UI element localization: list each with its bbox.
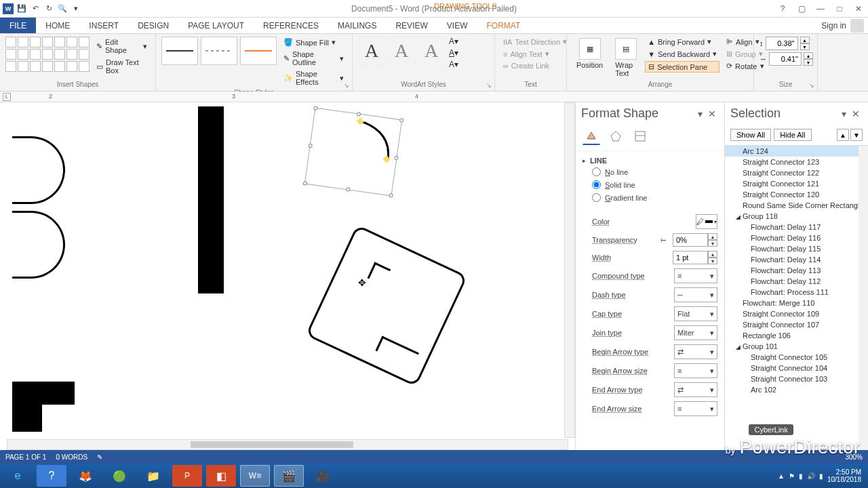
touch-mode-icon[interactable]: 🔍 [57,3,68,14]
spellcheck-icon[interactable]: ✎ [97,453,102,461]
selection-item[interactable]: Straight Connector 103 [725,373,868,384]
powerpoint-app-icon[interactable]: P [172,465,202,487]
join-type-dropdown[interactable]: Miter▾ [674,325,717,340]
tab-design[interactable]: DESIGN [128,18,178,33]
zoom-level[interactable]: 300% [845,453,863,461]
edit-shape-button[interactable]: ✎Edit Shape▾ [94,37,150,56]
size-dialog-launcher[interactable]: ↘ [808,81,816,89]
rounded-rectangle-shape[interactable] [305,224,467,386]
width-up-button[interactable]: ▲ [804,52,813,59]
text-effects-icon[interactable]: A▾ [449,60,458,69]
horizontal-scrollbar[interactable] [7,439,568,450]
transparency-input[interactable] [673,233,708,247]
tab-view[interactable]: VIEW [437,18,477,33]
selection-item[interactable]: Flowchart: Delay 115 [725,243,868,254]
selection-item[interactable]: Straight Connector 122 [725,167,868,178]
tray-battery-icon[interactable]: ▮ [799,472,803,480]
selection-pane-close-icon[interactable]: ✕ [849,108,863,119]
taskbar-time[interactable]: 2:50 PM [827,468,861,476]
selection-pane-dropdown-icon[interactable]: ▾ [839,108,849,119]
end-arrow-size-dropdown[interactable]: ≡▾ [674,401,717,416]
width-down-button[interactable]: ▼ [804,59,813,66]
show-all-button[interactable]: Show All [730,129,771,141]
selection-item[interactable]: Flowchart: Delay 117 [725,222,868,232]
recorder-app-icon[interactable]: 🎥 [308,465,338,487]
fill-line-tab-icon[interactable] [583,127,600,145]
selection-item[interactable]: Flowchart: Process 111 [725,287,868,298]
tray-flag-icon[interactable]: ⚑ [789,472,795,480]
text-direction-button[interactable]: IIAText Direction▾ [500,37,570,47]
line-width-input[interactable] [673,251,708,264]
word-app-taskbar-icon[interactable]: W≡ [240,465,270,487]
shape-width-input[interactable] [769,52,802,66]
pane-close-icon[interactable]: ✕ [705,108,719,119]
shape-styles-dialog-launcher[interactable]: ↘ [342,81,351,89]
send-backward-button[interactable]: ▼Send Backward ▾ [645,49,719,59]
begin-arrow-type-dropdown[interactable]: ⇄▾ [674,344,717,359]
tray-volume-icon[interactable]: 🔊 [807,472,815,480]
effects-tab-icon[interactable] [607,127,625,145]
selection-item[interactable]: Straight Connector 123 [725,157,868,167]
selection-list-scrollbar[interactable] [859,146,868,450]
selection-item[interactable]: Straight Connector 121 [725,178,868,189]
selected-shape-arc[interactable] [304,108,403,197]
shape-fill-button[interactable]: 🪣Shape Fill▾ [281,37,347,48]
tab-review[interactable]: REVIEW [386,18,437,33]
shape-outline-button[interactable]: ✎Shape Outline▾ [281,49,347,68]
ie-app-icon[interactable]: e [3,465,33,487]
layout-tab-icon[interactable] [631,127,649,145]
compound-type-dropdown[interactable]: ≡▾ [674,268,717,283]
hide-all-button[interactable]: Hide All [774,129,811,141]
selection-item[interactable]: Rectangle 106 [725,330,868,341]
selection-item[interactable]: Arc 102 [725,384,868,395]
help-app-icon[interactable]: ? [37,465,66,487]
redo-icon[interactable]: ↻ [43,3,54,14]
selection-item[interactable]: Flowchart: Delay 113 [725,265,868,276]
create-link-button[interactable]: ∞Create Link [500,61,570,70]
no-line-radio[interactable]: No line [592,167,717,176]
selection-item[interactable]: Round Same Side Corner Rectangle [725,200,868,211]
maximize-icon[interactable]: □ [833,2,846,16]
wrap-text-button[interactable]: ▤Wrap Text [611,37,641,79]
tab-file[interactable]: FILE [0,18,36,33]
selection-item[interactable]: Arc 124 [725,146,868,157]
pane-dropdown-icon[interactable]: ▾ [695,108,705,119]
selection-item[interactable]: Straight Connector 120 [725,189,868,200]
selection-item[interactable]: Flowchart: Delay 112 [725,276,868,287]
draw-text-box-button[interactable]: ▭Draw Text Box [94,57,150,76]
selection-item[interactable]: ◢Group 101 [725,341,868,352]
text-fill-icon[interactable]: A▾ [449,37,458,46]
align-text-button[interactable]: ≡Align Text▾ [500,49,570,59]
qat-dropdown-icon[interactable]: ▾ [71,3,81,14]
undo-icon[interactable]: ↶ [30,3,41,14]
selection-item[interactable]: Flowchart: Delay 116 [725,232,868,243]
end-arrow-type-dropdown[interactable]: ⇄▾ [674,382,717,397]
tray-network-icon[interactable]: ▮ [819,472,823,480]
chrome-app-icon[interactable]: 🟢 [104,465,134,487]
tray-up-icon[interactable]: ▲ [778,472,785,480]
tab-page-layout[interactable]: PAGE LAYOUT [178,18,254,33]
explorer-app-icon[interactable]: 📁 [138,465,168,487]
wordart-gallery[interactable]: AAA [358,37,445,65]
vertical-scrollbar[interactable] [564,102,575,438]
selection-pane-button[interactable]: ⊟Selection Pane [645,61,719,73]
tab-references[interactable]: REFERENCES [254,18,328,33]
ruler-corner[interactable]: L [3,93,11,101]
wordart-dialog-launcher[interactable]: ↘ [485,81,493,89]
begin-arrow-size-dropdown[interactable]: ≡▾ [674,363,717,378]
firefox-app-icon[interactable]: 🦊 [71,465,100,487]
tab-home[interactable]: HOME [36,18,79,33]
line-color-dropdown[interactable]: 🖊▾ [696,214,717,229]
user-avatar-icon[interactable] [850,19,864,33]
selection-item[interactable]: Straight Connector 104 [725,363,868,373]
close-icon[interactable]: ✕ [852,2,865,16]
selection-item[interactable]: Straight Connector 105 [725,352,868,363]
powerdirector-app-icon[interactable]: 🎬 [274,465,304,487]
document-canvas[interactable]: ✥ [0,102,575,450]
tab-insert[interactable]: INSERT [79,18,128,33]
height-down-button[interactable]: ▼ [800,43,810,50]
move-up-button[interactable]: ▲ [837,129,849,141]
height-up-button[interactable]: ▲ [800,37,810,43]
taskbar-date[interactable]: 10/18/2018 [827,476,861,483]
tab-format[interactable]: FORMAT [477,18,530,33]
